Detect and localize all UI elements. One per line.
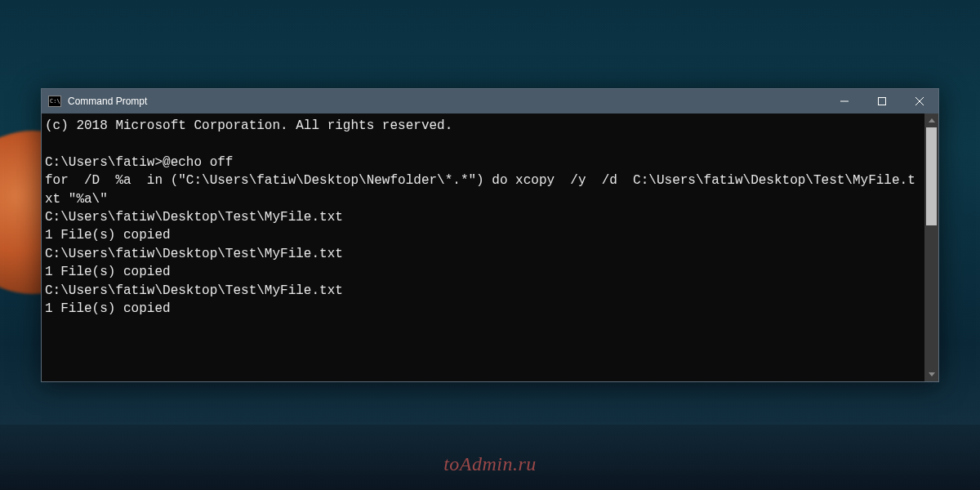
scrollbar-thumb[interactable] <box>926 127 937 225</box>
window-controls <box>826 89 938 114</box>
command-prompt-window: C:\ Command Prompt (c) 2018 Microsoft Co… <box>41 88 939 382</box>
close-button[interactable] <box>901 89 938 114</box>
watermark-text: toAdmin.ru <box>443 453 537 475</box>
scrollbar-track[interactable] <box>924 127 938 368</box>
minimize-button[interactable] <box>826 89 863 114</box>
terminal-body: (c) 2018 Microsoft Corporation. All righ… <box>42 114 938 381</box>
cmd-icon: C:\ <box>48 96 61 107</box>
window-title: Command Prompt <box>68 96 826 107</box>
maximize-button[interactable] <box>863 89 901 114</box>
svg-rect-1 <box>879 98 886 105</box>
scroll-down-arrow-icon[interactable] <box>924 368 938 381</box>
scroll-up-arrow-icon[interactable] <box>924 114 938 127</box>
vertical-scrollbar[interactable] <box>924 114 938 381</box>
terminal-output[interactable]: (c) 2018 Microsoft Corporation. All righ… <box>42 114 924 381</box>
titlebar[interactable]: C:\ Command Prompt <box>42 89 938 114</box>
